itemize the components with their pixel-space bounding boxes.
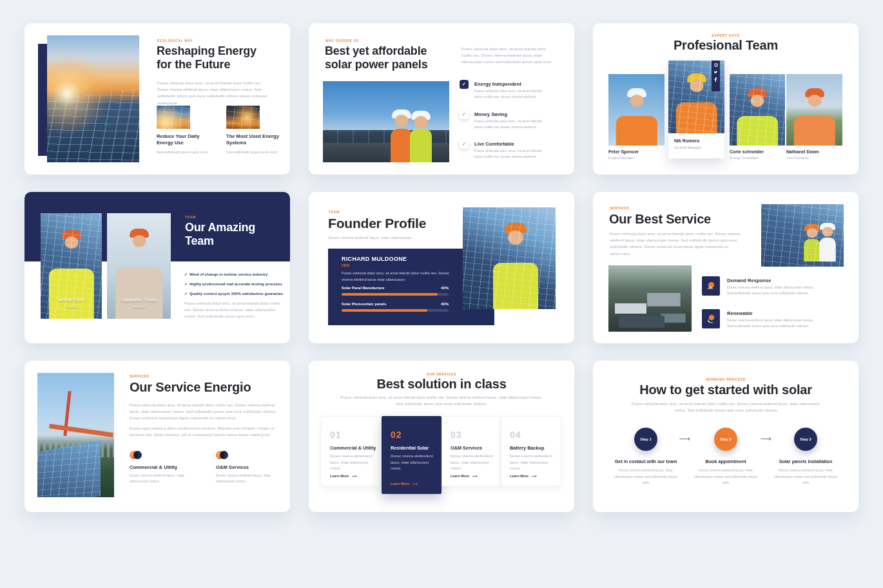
step-body: Donec viverra eleifend lacus, vitae ulla… (610, 468, 681, 486)
slide-reshaping-energy: ECOLOGICAL WAY Reshaping Energy for the … (24, 23, 290, 175)
check-title: Live Comfortable (474, 141, 514, 147)
check-icon: ✓ (460, 80, 469, 89)
solution-card[interactable]: 01 Commercial & Utility Donec viverra el… (321, 416, 382, 486)
learn-more-link[interactable]: Learn More⟶ (391, 482, 418, 486)
step-body: Donec viverra eleifend lacus, vitae ulla… (690, 468, 761, 486)
service-body: Donec viverra eleifend lacus, vitae ulla… (130, 473, 189, 484)
skill-bar-fill (342, 293, 438, 296)
slide-eyebrow: WHY CHOOSE US (325, 39, 359, 43)
solution-card-active[interactable]: 02 Residential Solar Donec viverra eleif… (382, 416, 442, 494)
bridge-solar-photo (37, 373, 114, 497)
learn-more-label: Learn More (510, 474, 529, 478)
energy-thumb-photo-2 (226, 106, 260, 129)
check-title: Energy Independent (474, 81, 521, 88)
member-name: Corie schneider (730, 149, 764, 154)
card-body: Donec viverra eleifendervi lacus, vitae … (510, 453, 554, 472)
check-body: Fusce vehicula dolor arcu, sit amet blan… (474, 148, 550, 160)
step-body: Donec viverra eleifend lacus, vitae ulla… (770, 468, 841, 486)
twitter-icon[interactable] (713, 70, 718, 74)
slide-amazing-team: Arthur Chen Installer Candoline Trevis E… (24, 192, 290, 343)
checklist-text: Highly professional staf accurate testin… (189, 282, 282, 286)
feature-title: Reduce Your Daily Energy Use (157, 133, 209, 146)
slide-title: Our Best Service (609, 212, 711, 227)
card-title: Commercial & Utility (330, 445, 376, 451)
person-figure (786, 74, 842, 146)
person-figure (730, 74, 785, 146)
om-services-icon (216, 451, 228, 459)
checklist-item: ✓Highly professional staf accurate testi… (184, 281, 282, 286)
card-title: O&M Services (451, 445, 482, 451)
service-title: Renewable (727, 310, 753, 317)
slide-title: Reshaping Energy for the Future (157, 44, 261, 71)
skill-label: Solar Panel Manufacture (342, 286, 384, 290)
step-badge: Step 1 (634, 428, 657, 451)
member-photo (786, 74, 842, 146)
service-title: Demand Response (727, 278, 771, 284)
checklist-item: ✓Wind of change in turbine service indus… (184, 272, 267, 276)
workers-sky-photo (323, 81, 449, 162)
check-body: Fusce vehicula dolor arcu, sit amet blan… (474, 119, 550, 130)
member-card-highlighted: Nik Romero General Manager (668, 61, 724, 158)
commercial-utility-icon (130, 451, 142, 459)
slide-working-process: WORKING PROCESS How to get started with … (593, 361, 859, 512)
slide-profesional-team: EXPERT GUYS Profesional Team Peter Spenc… (593, 23, 859, 175)
skill-label: Solar Photovoltaic panels (342, 302, 387, 306)
service-title: O&M Services (216, 464, 249, 471)
learn-more-link[interactable]: Learn More⟶ (510, 474, 537, 478)
member-photo: Arthur Chen Installer (41, 213, 102, 319)
slide-body: Fusce vehicula dolor arcu, sit amet blan… (157, 80, 273, 106)
skill-bar (342, 309, 449, 312)
member-name: Nathanel Down (786, 149, 819, 154)
worker-figure (815, 220, 840, 261)
slide-affordable-panels: WHY CHOOSE US Best yet affordable solar … (309, 23, 574, 175)
instagram-icon[interactable] (714, 63, 718, 67)
member-photo (730, 74, 785, 146)
step-badge: Step 3 (794, 428, 817, 451)
learn-more-label: Learn More (451, 474, 469, 478)
step-title: Solar panels installation (767, 459, 844, 464)
learn-more-link[interactable]: Learn More⟶ (451, 474, 478, 478)
step-title: Get in contact with our team (607, 459, 684, 464)
slide-body: Donec eget massa a diam condimentum pret… (130, 425, 277, 438)
slide-eyebrow: ECOLOGICAL WAY (157, 39, 193, 43)
demand-response-icon (702, 276, 720, 296)
skill-value: 90% (442, 286, 449, 290)
slide-eyebrow: WORKING PROCESS (593, 377, 859, 381)
member-name: Candoline Trevis (107, 298, 171, 302)
slide-body: Fusce vehicula dolor arcu, sit amet blan… (130, 402, 277, 422)
skill-bar (342, 293, 449, 296)
card-number: 03 (451, 430, 462, 440)
panels-workers-photo (761, 204, 844, 267)
check-glyph: ✓ (462, 112, 466, 117)
worker-figure (787, 221, 837, 261)
solution-card[interactable]: 04 Battery Backup Donec viverra eleifend… (501, 416, 561, 486)
facebook-icon[interactable] (714, 77, 717, 82)
energy-thumb-photo-1 (157, 106, 190, 129)
slide-founder-profile: TEAM Founder Profile Donec viverra eleif… (309, 192, 574, 343)
member-name: Peter Spencer (608, 149, 639, 154)
solution-card[interactable]: 03 O&M Services Donec viverra eleifender… (442, 416, 501, 486)
member-role: Installer (41, 305, 102, 308)
check-glyph: ✓ (462, 142, 466, 147)
card-number: 04 (510, 430, 521, 440)
arrow-right-icon: ⟶ (352, 474, 357, 478)
check-title: Money Saving (474, 111, 507, 118)
slide-body: Fusce vehicula dolor arcu, sit amet blan… (338, 394, 545, 407)
arrow-right-icon: ⟶ (412, 482, 418, 486)
slides-preview-canvas: ECOLOGICAL WAY Reshaping Energy for the … (0, 0, 883, 588)
card-title: Battery Backup (510, 445, 545, 451)
slide-title: Profesional Team (593, 38, 859, 53)
slide-body: Fusce vehicula dolor arcu, sit amet blan… (461, 46, 554, 66)
skill-row: Solar Panel Manufacture 90% (342, 286, 449, 290)
slide-title: Best yet affordable solar power panels (325, 44, 438, 71)
aerial-factory-photo (608, 265, 692, 332)
solar-sunset-photo (47, 35, 139, 162)
card-title: Residential Solar (391, 445, 429, 451)
check-icon: ✓ (184, 292, 188, 296)
learn-more-link[interactable]: Learn More⟶ (330, 474, 357, 478)
skill-bar-fill (342, 309, 427, 312)
checklist-item: ✓Quality control aysym 100% satisfaction… (184, 291, 283, 296)
social-icons-bar (712, 61, 720, 91)
member-photo (608, 74, 665, 146)
slide-best-solution: OUR SERVICES Best solution in class Fusc… (309, 361, 574, 512)
